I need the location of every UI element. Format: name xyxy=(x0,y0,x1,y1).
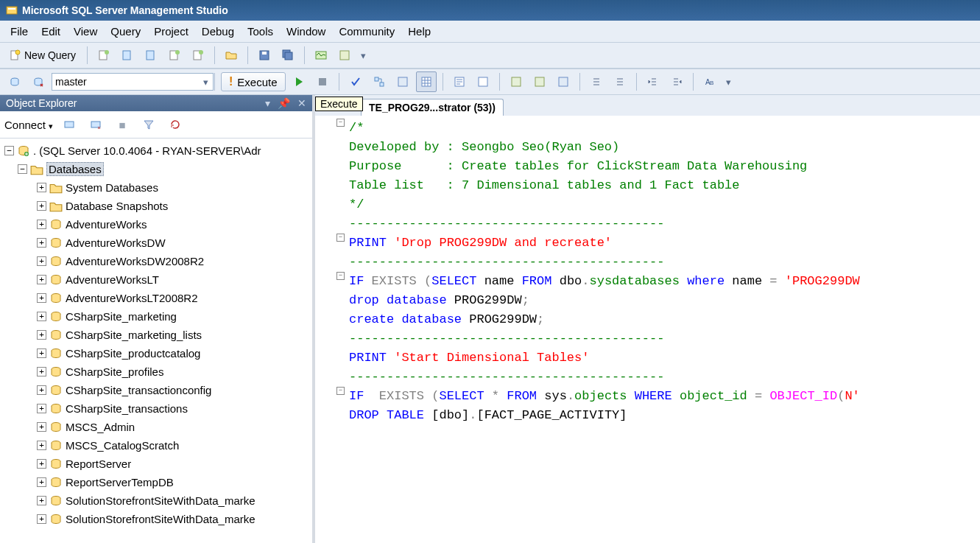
tree-database-node[interactable]: +MSCS_CatalogScratch xyxy=(4,436,311,455)
parse-check-icon[interactable] xyxy=(345,71,366,92)
code-line[interactable]: ----------------------------------------… xyxy=(321,253,980,272)
oe-stop-icon[interactable]: ■ xyxy=(112,114,133,135)
tree-database-node[interactable]: +AdventureWorksDW2008R2 xyxy=(4,252,311,270)
code-line[interactable]: */ xyxy=(321,195,980,214)
expand-icon[interactable]: + xyxy=(37,330,46,340)
expand-icon[interactable]: + xyxy=(37,312,46,321)
connect-button[interactable]: Connect ▾ xyxy=(4,119,53,131)
tree-database-node[interactable]: +ReportServerTempDB xyxy=(4,473,311,491)
tree-folder-node[interactable]: +Database Snapshots xyxy=(4,197,311,215)
oe-disconnect-icon[interactable] xyxy=(85,114,106,135)
oe-connect-icon[interactable] xyxy=(59,114,80,135)
expand-icon[interactable]: + xyxy=(37,367,46,376)
code-line[interactable]: −PRINT 'Drop PROG299DW and recreate' xyxy=(321,234,980,253)
outdent-icon[interactable] xyxy=(586,71,607,92)
oe-refresh-icon[interactable] xyxy=(165,114,186,135)
decrease-indent-icon[interactable] xyxy=(643,71,663,92)
menu-file[interactable]: File xyxy=(10,25,28,38)
estimated-plan-icon[interactable] xyxy=(369,71,389,92)
tree-databases-node[interactable]: − Databases xyxy=(4,160,311,178)
results-to-grid-icon[interactable] xyxy=(416,71,437,92)
collapse-icon[interactable]: − xyxy=(4,146,14,155)
new-dmx-query-icon[interactable] xyxy=(141,45,161,66)
code-line[interactable]: drop database PROG299DW; xyxy=(321,291,980,310)
expand-icon[interactable]: + xyxy=(37,201,46,211)
results-to-text-icon[interactable] xyxy=(449,71,470,92)
panel-close-icon[interactable]: ✕ xyxy=(297,97,306,109)
registered-servers-icon[interactable] xyxy=(334,45,355,66)
tree-database-node[interactable]: +CSharpSite_transactionconfig xyxy=(4,381,311,399)
tree-database-node[interactable]: +CSharpSite_profiles xyxy=(4,362,311,381)
debug-play-icon[interactable] xyxy=(289,71,309,92)
activity-monitor-icon[interactable] xyxy=(311,45,331,66)
code-line[interactable]: ----------------------------------------… xyxy=(321,214,980,234)
expand-icon[interactable]: + xyxy=(37,496,46,505)
fold-icon[interactable]: − xyxy=(336,387,345,395)
tree-database-node[interactable]: +ReportServer xyxy=(4,455,311,473)
tree-database-node[interactable]: +CSharpSite_productcatalog xyxy=(4,344,311,362)
fold-icon[interactable]: − xyxy=(336,234,345,242)
expand-icon[interactable]: + xyxy=(37,459,46,469)
object-explorer-tree[interactable]: − . (SQL Server 10.0.4064 - RYAN-SERVER\… xyxy=(0,139,312,543)
tree-database-node[interactable]: +MSCS_Admin xyxy=(4,418,311,436)
results-to-file-icon[interactable] xyxy=(473,71,493,92)
menu-debug[interactable]: Debug xyxy=(202,25,234,38)
save-icon[interactable] xyxy=(254,45,275,66)
code-line[interactable]: Purpose : Create tables for ClickStream … xyxy=(321,157,980,176)
expand-icon[interactable]: + xyxy=(37,256,46,266)
save-all-icon[interactable] xyxy=(278,45,298,66)
comment-icon[interactable] xyxy=(506,71,526,92)
tree-database-node[interactable]: +AdventureWorks xyxy=(4,215,311,234)
menu-community[interactable]: Community xyxy=(339,25,395,38)
menu-tools[interactable]: Tools xyxy=(247,25,273,38)
toolbar-overflow-icon[interactable]: ▾ xyxy=(361,50,366,61)
menu-window[interactable]: Window xyxy=(286,25,325,38)
new-ce-query-icon[interactable] xyxy=(188,45,208,66)
tree-database-node[interactable]: +SolutionStorefrontSiteWithData_marke xyxy=(4,510,311,528)
tree-database-node[interactable]: +SolutionStorefrontSiteWithData_marke xyxy=(4,491,311,510)
menu-project[interactable]: Project xyxy=(154,25,188,38)
connect-icon[interactable] xyxy=(4,71,25,92)
new-query-button[interactable]: New Query xyxy=(4,47,81,63)
expand-icon[interactable]: + xyxy=(37,183,46,192)
tree-database-node[interactable]: +AdventureWorksLT2008R2 xyxy=(4,289,311,307)
new-db-query-icon[interactable] xyxy=(94,45,114,66)
expand-icon[interactable]: + xyxy=(37,477,46,487)
code-line[interactable]: ----------------------------------------… xyxy=(321,368,980,387)
code-line[interactable]: −IF EXISTS (SELECT name FROM dbo.sysdata… xyxy=(321,272,980,291)
stop-icon[interactable] xyxy=(312,71,333,92)
expand-icon[interactable]: + xyxy=(37,275,46,284)
toolbar-overflow-icon[interactable]: ▾ xyxy=(726,77,731,88)
change-connection-icon[interactable] xyxy=(28,71,49,92)
editor-tab[interactable]: TE_PROG29...strator (53)) xyxy=(361,99,504,116)
expand-icon[interactable]: + xyxy=(37,404,46,413)
uncomment-icon[interactable] xyxy=(529,71,550,92)
expand-icon[interactable]: + xyxy=(37,514,46,524)
tree-folder-node[interactable]: +System Databases xyxy=(4,178,311,197)
specify-template-values-icon[interactable]: AB xyxy=(699,71,720,92)
expand-icon[interactable]: + xyxy=(37,441,46,450)
tree-database-node[interactable]: +CSharpSite_transactions xyxy=(4,399,311,418)
expand-icon[interactable]: + xyxy=(37,220,46,229)
menu-query[interactable]: Query xyxy=(110,25,141,38)
menu-view[interactable]: View xyxy=(74,25,97,38)
expand-icon[interactable]: + xyxy=(37,422,46,432)
open-file-icon[interactable] xyxy=(221,45,242,66)
code-line[interactable]: −IF EXISTS (SELECT * FROM sys.objects WH… xyxy=(321,387,980,406)
code-line[interactable]: PRINT 'Start Dimensional Tables' xyxy=(321,348,980,368)
code-line[interactable]: −/* xyxy=(321,119,980,138)
new-mdx-query-icon[interactable] xyxy=(117,45,138,66)
expand-icon[interactable]: + xyxy=(37,385,46,395)
expand-icon[interactable]: + xyxy=(37,238,46,248)
code-line[interactable]: create database PROG299DW; xyxy=(321,310,980,329)
query-options-icon[interactable] xyxy=(392,71,413,92)
increase-indent-icon[interactable] xyxy=(666,71,687,92)
fold-icon[interactable]: − xyxy=(336,272,345,280)
code-editor[interactable]: −/*Developed by : Seongbo Seo(Ryan Seo)P… xyxy=(315,116,980,543)
expand-icon[interactable]: + xyxy=(37,348,46,358)
code-line[interactable]: Table list : 7 Dimensional tables and 1 … xyxy=(321,176,980,195)
tree-database-node[interactable]: +AdventureWorksDW xyxy=(4,234,311,252)
panel-dropdown-icon[interactable]: ▾ xyxy=(265,97,270,109)
tree-database-node[interactable]: +AdventureWorksLT xyxy=(4,270,311,289)
execute-button[interactable]: ! Execute xyxy=(221,72,286,91)
